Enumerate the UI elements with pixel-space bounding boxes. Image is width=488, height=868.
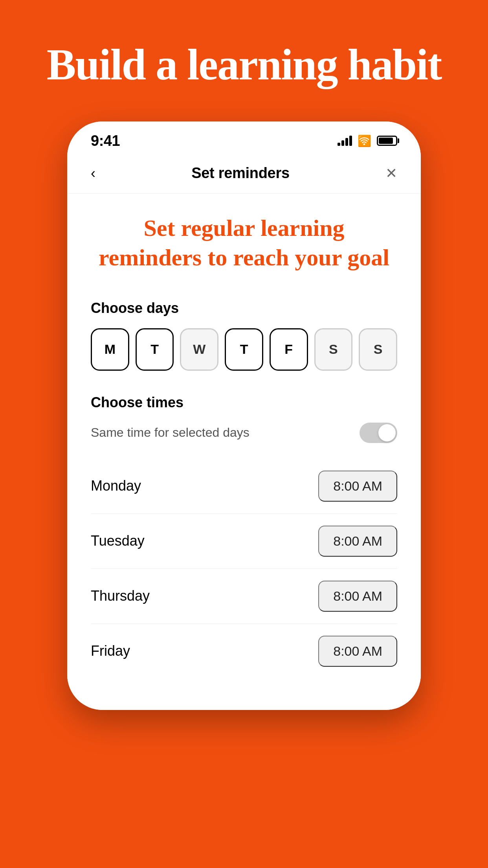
day-button-thu[interactable]: T xyxy=(225,328,263,371)
day-label-tuesday: Tuesday xyxy=(91,533,145,549)
day-button-fri[interactable]: F xyxy=(270,328,308,371)
choose-times-section: Choose times Same time for selected days… xyxy=(91,394,397,679)
phone-mockup: 9:41 🛜 ‹ Set reminders ✕ Set regular lea… xyxy=(67,121,421,710)
day-button-wed[interactable]: W xyxy=(180,328,218,371)
time-row-thursday: Thursday 8:00 AM xyxy=(91,569,397,624)
status-time: 9:41 xyxy=(91,132,120,149)
day-button-mon[interactable]: M xyxy=(91,328,129,371)
main-heading: Set regular learning reminders to reach … xyxy=(91,213,397,272)
app-header: ‹ Set reminders ✕ xyxy=(67,153,421,194)
time-picker-thursday[interactable]: 8:00 AM xyxy=(318,581,397,612)
time-row-tuesday: Tuesday 8:00 AM xyxy=(91,514,397,569)
same-time-toggle[interactable] xyxy=(360,423,397,443)
choose-days-section: Choose days M T W T F S S xyxy=(91,300,397,371)
day-button-sat[interactable]: S xyxy=(314,328,353,371)
choose-times-label: Choose times xyxy=(91,394,397,411)
days-row: M T W T F S S xyxy=(91,328,397,371)
day-label-thursday: Thursday xyxy=(91,588,150,604)
status-icons: 🛜 xyxy=(338,134,397,147)
same-time-row: Same time for selected days xyxy=(91,423,397,443)
status-bar: 9:41 🛜 xyxy=(67,121,421,153)
signal-icon xyxy=(338,136,352,146)
back-button[interactable]: ‹ xyxy=(87,161,99,186)
time-picker-friday[interactable]: 8:00 AM xyxy=(318,636,397,667)
time-row-monday: Monday 8:00 AM xyxy=(91,459,397,514)
choose-days-label: Choose days xyxy=(91,300,397,316)
toggle-knob xyxy=(378,424,396,441)
day-label-friday: Friday xyxy=(91,643,130,659)
time-picker-monday[interactable]: 8:00 AM xyxy=(318,471,397,502)
wifi-icon: 🛜 xyxy=(358,134,371,147)
day-label-monday: Monday xyxy=(91,478,141,494)
hero-title: Build a learning habit xyxy=(23,39,465,90)
header-title: Set reminders xyxy=(191,165,290,182)
app-content: Set regular learning reminders to reach … xyxy=(67,194,421,710)
day-button-tue[interactable]: T xyxy=(136,328,174,371)
same-time-label: Same time for selected days xyxy=(91,425,250,440)
close-button[interactable]: ✕ xyxy=(382,161,401,186)
battery-icon xyxy=(377,136,397,146)
day-button-sun[interactable]: S xyxy=(359,328,397,371)
time-row-friday: Friday 8:00 AM xyxy=(91,624,397,679)
time-picker-tuesday[interactable]: 8:00 AM xyxy=(318,526,397,557)
